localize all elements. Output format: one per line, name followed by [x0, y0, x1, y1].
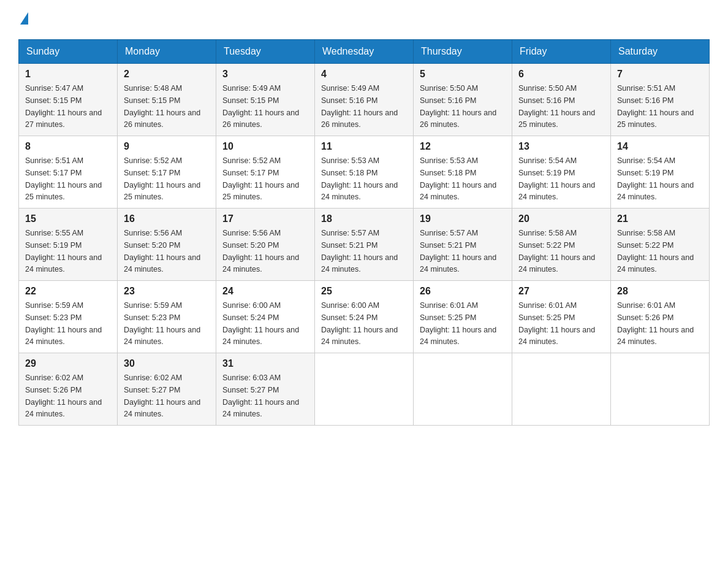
calendar-cell: 31 Sunrise: 6:03 AMSunset: 5:27 PMDaylig…: [216, 353, 315, 426]
day-info: Sunrise: 5:56 AMSunset: 5:20 PMDaylight:…: [124, 229, 200, 274]
calendar-cell: 8 Sunrise: 5:51 AMSunset: 5:17 PMDayligh…: [19, 136, 118, 209]
day-number: 11: [321, 141, 407, 152]
calendar-cell: 16 Sunrise: 5:56 AMSunset: 5:20 PMDaylig…: [118, 209, 216, 281]
header-tuesday: Tuesday: [216, 40, 315, 64]
logo-triangle-icon: [20, 12, 28, 25]
calendar-cell: [611, 353, 710, 426]
calendar-cell: 27 Sunrise: 6:01 AMSunset: 5:25 PMDaylig…: [512, 281, 611, 353]
day-number: 19: [420, 213, 506, 224]
calendar-week-row: 29 Sunrise: 6:02 AMSunset: 5:26 PMDaylig…: [19, 353, 710, 426]
day-info: Sunrise: 6:02 AMSunset: 5:27 PMDaylight:…: [124, 373, 200, 418]
day-info: Sunrise: 5:52 AMSunset: 5:17 PMDaylight:…: [222, 156, 299, 201]
day-number: 24: [222, 286, 308, 297]
calendar-cell: 9 Sunrise: 5:52 AMSunset: 5:17 PMDayligh…: [118, 136, 216, 209]
day-info: Sunrise: 5:58 AMSunset: 5:22 PMDaylight:…: [617, 229, 694, 274]
page-header: [18, 12, 710, 27]
calendar-cell: 25 Sunrise: 6:00 AMSunset: 5:24 PMDaylig…: [315, 281, 414, 353]
header-sunday: Sunday: [19, 40, 118, 64]
day-number: 15: [25, 213, 111, 224]
calendar-cell: 10 Sunrise: 5:52 AMSunset: 5:17 PMDaylig…: [216, 136, 315, 209]
day-number: 14: [617, 141, 703, 152]
day-info: Sunrise: 6:00 AMSunset: 5:24 PMDaylight:…: [321, 301, 398, 346]
day-number: 7: [617, 69, 703, 80]
calendar-cell: 19 Sunrise: 5:57 AMSunset: 5:21 PMDaylig…: [414, 209, 512, 281]
header-thursday: Thursday: [414, 40, 512, 64]
calendar-cell: 15 Sunrise: 5:55 AMSunset: 5:19 PMDaylig…: [19, 209, 118, 281]
day-number: 20: [518, 213, 604, 224]
day-number: 3: [222, 69, 308, 80]
day-info: Sunrise: 6:02 AMSunset: 5:26 PMDaylight:…: [25, 373, 102, 418]
calendar-cell: 22 Sunrise: 5:59 AMSunset: 5:23 PMDaylig…: [19, 281, 118, 353]
day-info: Sunrise: 5:50 AMSunset: 5:16 PMDaylight:…: [420, 84, 496, 129]
day-number: 9: [124, 141, 210, 152]
day-info: Sunrise: 5:54 AMSunset: 5:19 PMDaylight:…: [617, 156, 694, 201]
calendar-cell: 13 Sunrise: 5:54 AMSunset: 5:19 PMDaylig…: [512, 136, 611, 209]
day-info: Sunrise: 5:49 AMSunset: 5:15 PMDaylight:…: [222, 84, 299, 129]
day-info: Sunrise: 5:49 AMSunset: 5:16 PMDaylight:…: [321, 84, 398, 129]
calendar-cell: 18 Sunrise: 5:57 AMSunset: 5:21 PMDaylig…: [315, 209, 414, 281]
day-info: Sunrise: 5:50 AMSunset: 5:16 PMDaylight:…: [518, 84, 595, 129]
calendar-cell: 11 Sunrise: 5:53 AMSunset: 5:18 PMDaylig…: [315, 136, 414, 209]
calendar-week-row: 22 Sunrise: 5:59 AMSunset: 5:23 PMDaylig…: [19, 281, 710, 353]
day-info: Sunrise: 5:53 AMSunset: 5:18 PMDaylight:…: [321, 156, 398, 201]
day-number: 22: [25, 286, 111, 297]
calendar-week-row: 1 Sunrise: 5:47 AMSunset: 5:15 PMDayligh…: [19, 64, 710, 136]
day-info: Sunrise: 5:59 AMSunset: 5:23 PMDaylight:…: [25, 301, 102, 346]
day-number: 6: [518, 69, 604, 80]
day-number: 12: [420, 141, 506, 152]
calendar-cell: 26 Sunrise: 6:01 AMSunset: 5:25 PMDaylig…: [414, 281, 512, 353]
calendar-cell: 14 Sunrise: 5:54 AMSunset: 5:19 PMDaylig…: [611, 136, 710, 209]
calendar-cell: 21 Sunrise: 5:58 AMSunset: 5:22 PMDaylig…: [611, 209, 710, 281]
header-saturday: Saturday: [611, 40, 710, 64]
day-info: Sunrise: 5:57 AMSunset: 5:21 PMDaylight:…: [420, 229, 496, 274]
day-info: Sunrise: 5:51 AMSunset: 5:17 PMDaylight:…: [25, 156, 102, 201]
day-info: Sunrise: 5:54 AMSunset: 5:19 PMDaylight:…: [518, 156, 595, 201]
calendar-cell: 4 Sunrise: 5:49 AMSunset: 5:16 PMDayligh…: [315, 64, 414, 136]
day-info: Sunrise: 6:01 AMSunset: 5:25 PMDaylight:…: [420, 301, 496, 346]
day-number: 18: [321, 213, 407, 224]
header-monday: Monday: [118, 40, 216, 64]
day-info: Sunrise: 5:59 AMSunset: 5:23 PMDaylight:…: [124, 301, 200, 346]
day-number: 13: [518, 141, 604, 152]
calendar-table: Sunday Monday Tuesday Wednesday Thursday…: [18, 39, 710, 426]
calendar-cell: 24 Sunrise: 6:00 AMSunset: 5:24 PMDaylig…: [216, 281, 315, 353]
day-info: Sunrise: 5:47 AMSunset: 5:15 PMDaylight:…: [25, 84, 102, 129]
day-number: 26: [420, 286, 506, 297]
day-info: Sunrise: 5:55 AMSunset: 5:19 PMDaylight:…: [25, 229, 102, 274]
day-number: 27: [518, 286, 604, 297]
day-info: Sunrise: 5:56 AMSunset: 5:20 PMDaylight:…: [222, 229, 299, 274]
calendar-cell: 23 Sunrise: 5:59 AMSunset: 5:23 PMDaylig…: [118, 281, 216, 353]
day-number: 16: [124, 213, 210, 224]
calendar-cell: [414, 353, 512, 426]
day-info: Sunrise: 6:01 AMSunset: 5:26 PMDaylight:…: [617, 301, 694, 346]
day-number: 10: [222, 141, 308, 152]
day-number: 28: [617, 286, 703, 297]
day-number: 17: [222, 213, 308, 224]
day-number: 8: [25, 141, 111, 152]
calendar-week-row: 15 Sunrise: 5:55 AMSunset: 5:19 PMDaylig…: [19, 209, 710, 281]
day-info: Sunrise: 5:52 AMSunset: 5:17 PMDaylight:…: [124, 156, 200, 201]
calendar-cell: 28 Sunrise: 6:01 AMSunset: 5:26 PMDaylig…: [611, 281, 710, 353]
header-friday: Friday: [512, 40, 611, 64]
day-number: 23: [124, 286, 210, 297]
day-info: Sunrise: 6:01 AMSunset: 5:25 PMDaylight:…: [518, 301, 595, 346]
calendar-header-row: Sunday Monday Tuesday Wednesday Thursday…: [19, 40, 710, 64]
logo: [18, 12, 28, 27]
calendar-cell: 30 Sunrise: 6:02 AMSunset: 5:27 PMDaylig…: [118, 353, 216, 426]
calendar-cell: 1 Sunrise: 5:47 AMSunset: 5:15 PMDayligh…: [19, 64, 118, 136]
calendar-cell: [512, 353, 611, 426]
day-info: Sunrise: 5:51 AMSunset: 5:16 PMDaylight:…: [617, 84, 694, 129]
day-info: Sunrise: 5:58 AMSunset: 5:22 PMDaylight:…: [518, 229, 595, 274]
calendar-cell: 20 Sunrise: 5:58 AMSunset: 5:22 PMDaylig…: [512, 209, 611, 281]
day-info: Sunrise: 6:03 AMSunset: 5:27 PMDaylight:…: [222, 373, 299, 418]
calendar-cell: [315, 353, 414, 426]
calendar-cell: 5 Sunrise: 5:50 AMSunset: 5:16 PMDayligh…: [414, 64, 512, 136]
day-number: 25: [321, 286, 407, 297]
calendar-cell: 7 Sunrise: 5:51 AMSunset: 5:16 PMDayligh…: [611, 64, 710, 136]
calendar-week-row: 8 Sunrise: 5:51 AMSunset: 5:17 PMDayligh…: [19, 136, 710, 209]
calendar-cell: 2 Sunrise: 5:48 AMSunset: 5:15 PMDayligh…: [118, 64, 216, 136]
day-info: Sunrise: 5:57 AMSunset: 5:21 PMDaylight:…: [321, 229, 398, 274]
header-wednesday: Wednesday: [315, 40, 414, 64]
calendar-cell: 29 Sunrise: 6:02 AMSunset: 5:26 PMDaylig…: [19, 353, 118, 426]
day-number: 5: [420, 69, 506, 80]
